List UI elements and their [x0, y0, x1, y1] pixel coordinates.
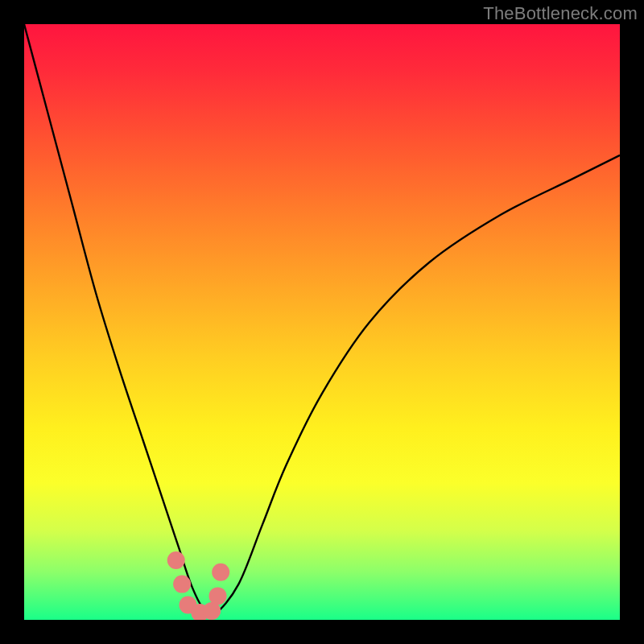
highlight-dot — [180, 597, 197, 614]
bottleneck-curve — [24, 24, 620, 615]
plot-area — [24, 24, 620, 620]
highlight-dot — [203, 602, 221, 620]
chart-frame: TheBottleneck.com — [0, 0, 644, 644]
highlight-dot — [212, 564, 229, 581]
curve-layer — [24, 24, 620, 620]
highlight-dot — [173, 576, 191, 593]
watermark-text: TheBottleneck.com — [483, 3, 638, 24]
marker-group — [167, 551, 230, 620]
highlight-dot — [191, 604, 208, 620]
highlight-dot — [209, 587, 227, 605]
highlight-dot — [167, 551, 185, 569]
